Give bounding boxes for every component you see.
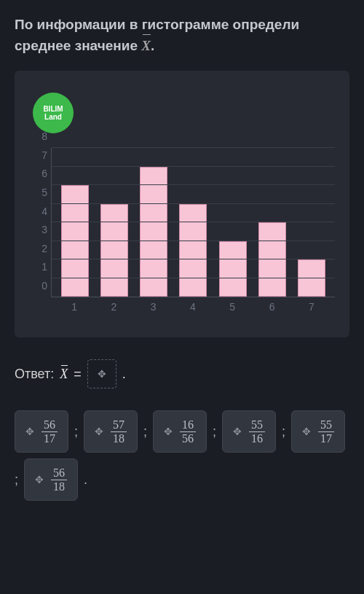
question-line1: По информации в гистограмме определи: [15, 17, 299, 32]
y-tick-label: 1: [41, 261, 47, 273]
x-tick-label: 5: [218, 297, 246, 316]
question-text: По информации в гистограмме определи сре…: [15, 15, 349, 56]
gridline: [52, 184, 335, 185]
fraction: 5618: [51, 466, 67, 493]
gridline: [52, 147, 335, 148]
fraction-denominator: 16: [249, 432, 265, 445]
answer-row: Ответ: X = ✥ .: [15, 359, 349, 388]
fraction-denominator: 17: [318, 432, 334, 445]
question-line2-suffix: .: [151, 38, 154, 53]
x-tick-label: 7: [298, 297, 325, 316]
option-separator: ;: [15, 472, 18, 488]
y-tick-label: 4: [41, 206, 47, 217]
answer-period: .: [122, 367, 126, 382]
fraction-numerator: 55: [318, 418, 334, 432]
x-tick-label: 6: [258, 297, 286, 316]
fraction: 1656: [180, 418, 196, 445]
chart-container: BILIM Land 012345678 1234567: [15, 71, 349, 337]
fraction-numerator: 55: [249, 418, 265, 432]
fraction: 5517: [318, 418, 334, 445]
x-tick-label: 1: [60, 297, 88, 316]
drag-icon: ✥: [25, 426, 34, 437]
fraction-numerator: 56: [51, 466, 67, 480]
brand-logo: BILIM Land: [33, 93, 74, 133]
drag-icon: ✥: [95, 426, 103, 437]
answer-dropzone[interactable]: ✥: [87, 359, 116, 388]
answer-x-bar: X: [60, 367, 68, 382]
equals-sign: =: [74, 367, 82, 382]
fraction: 5516: [249, 418, 265, 445]
x-tick-label: 2: [100, 297, 127, 316]
fraction: 5718: [111, 418, 127, 445]
chart-bar: [298, 259, 325, 297]
drag-icon: ✥: [302, 426, 311, 437]
x-tick-label: 3: [140, 297, 167, 316]
x-tick-label: 4: [179, 297, 207, 316]
fraction-denominator: 18: [111, 432, 127, 445]
gridline: [52, 259, 335, 259]
chart-bar: [61, 185, 89, 297]
answer-option[interactable]: ✥5516: [222, 410, 276, 453]
dropzone-move-icon: ✥: [98, 368, 106, 380]
answer-label: Ответ:: [15, 367, 54, 382]
option-separator: ;: [74, 424, 78, 439]
y-tick-label: 8: [41, 130, 47, 142]
question-line2-prefix: среднее значение: [15, 38, 141, 53]
plot-area: [51, 148, 335, 297]
fraction-numerator: 16: [180, 418, 196, 432]
chart-bar: [100, 204, 128, 297]
option-separator: ;: [282, 424, 285, 439]
fraction-denominator: 17: [41, 432, 58, 445]
drag-icon: ✥: [35, 474, 44, 485]
y-tick-label: 5: [41, 187, 47, 198]
y-axis: 012345678: [33, 148, 47, 297]
logo-line2: Land: [44, 113, 62, 121]
bar-chart: 012345678 1234567: [51, 148, 335, 316]
chart-bar: [258, 222, 286, 297]
bars-group: [52, 148, 335, 297]
gridline: [52, 166, 335, 167]
y-tick-label: 3: [41, 224, 47, 235]
answer-option[interactable]: ✥5617: [15, 410, 68, 453]
x-bar-symbol: X: [141, 36, 151, 57]
chart-bar: [179, 204, 207, 297]
y-tick-label: 2: [41, 243, 47, 254]
logo-line1: BILIM: [43, 105, 63, 113]
y-tick-label: 6: [41, 168, 47, 179]
chart-bar: [219, 241, 247, 297]
option-separator: .: [84, 472, 87, 488]
fraction-denominator: 18: [51, 480, 67, 493]
option-separator: ;: [143, 424, 147, 439]
fraction-numerator: 56: [41, 418, 58, 432]
gridline: [52, 203, 335, 204]
options-container: ✥5617;✥5718;✥1656;✥5516;✥5517;✥5618.: [15, 410, 349, 501]
answer-option[interactable]: ✥5517: [291, 410, 345, 453]
gridline: [52, 222, 335, 222]
option-separator: ;: [213, 424, 216, 439]
drag-icon: ✥: [233, 426, 242, 437]
y-tick-label: 7: [41, 149, 47, 161]
fraction-denominator: 56: [180, 432, 196, 445]
x-axis-labels: 1234567: [51, 297, 335, 316]
answer-option[interactable]: ✥5718: [84, 410, 138, 453]
gridline: [52, 241, 335, 241]
fraction-numerator: 57: [111, 418, 127, 432]
answer-option[interactable]: ✥5618: [24, 458, 78, 501]
y-tick-label: 0: [41, 280, 47, 292]
drag-icon: ✥: [164, 426, 173, 437]
fraction: 5617: [41, 418, 58, 445]
gridline: [52, 278, 335, 278]
answer-option[interactable]: ✥1656: [153, 410, 207, 453]
